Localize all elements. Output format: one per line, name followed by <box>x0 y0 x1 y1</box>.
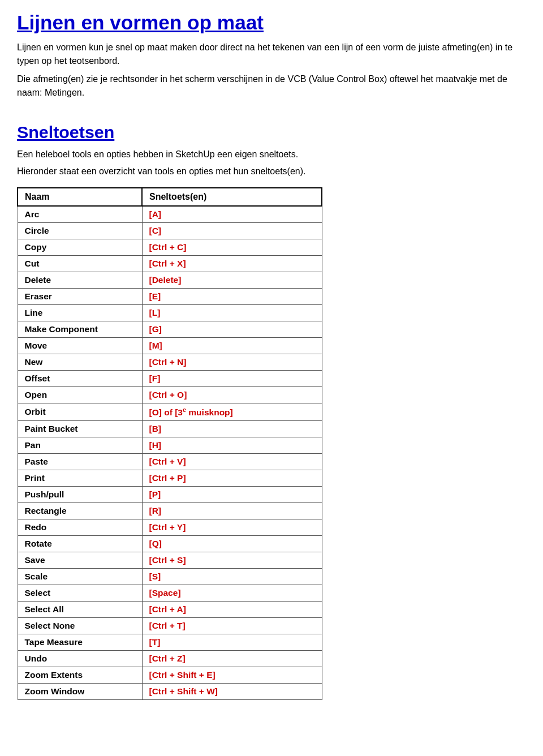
table-cell-name: Circle <box>18 223 142 239</box>
table-row: Offset[F] <box>18 371 322 387</box>
table-cell-name: Select None <box>18 618 142 634</box>
table-row: Make Component[G] <box>18 321 322 338</box>
table-cell-name: Save <box>18 552 142 569</box>
table-cell-name: Redo <box>18 519 142 536</box>
table-row: Scale[S] <box>18 569 322 585</box>
table-row: Rectangle[R] <box>18 503 322 519</box>
shortcuts-table: Naam Sneltoets(en) Arc[A]Circle[C]Copy[C… <box>17 187 322 700</box>
section-title: Sneltoetsen <box>17 122 526 142</box>
table-cell-shortcut: [Q] <box>142 536 322 552</box>
table-cell-name: Eraser <box>18 289 142 305</box>
table-cell-name: Offset <box>18 371 142 387</box>
table-cell-shortcut: [T] <box>142 634 322 651</box>
table-cell-shortcut: [S] <box>142 569 322 585</box>
table-row: Zoom Window[Ctrl + Shift + W] <box>18 684 322 700</box>
table-cell-shortcut: [E] <box>142 289 322 305</box>
table-cell-shortcut: [G] <box>142 321 322 338</box>
table-header-name: Naam <box>18 188 142 206</box>
table-cell-shortcut: [Ctrl + Shift + E] <box>142 667 322 684</box>
table-cell-shortcut: [O] of [3e muisknop] <box>142 403 322 421</box>
intro-paragraph-1: Lijnen en vormen kun je snel op maat mak… <box>17 41 526 68</box>
table-cell-shortcut: [Ctrl + N] <box>142 354 322 371</box>
table-cell-name: New <box>18 354 142 371</box>
table-row: New[Ctrl + N] <box>18 354 322 371</box>
table-cell-name: Rotate <box>18 536 142 552</box>
table-cell-shortcut: [P] <box>142 487 322 503</box>
table-cell-shortcut: [Ctrl + P] <box>142 470 322 487</box>
table-cell-shortcut: [Ctrl + Y] <box>142 519 322 536</box>
table-cell-name: Paste <box>18 454 142 470</box>
table-cell-name: Make Component <box>18 321 142 338</box>
table-cell-shortcut: [R] <box>142 503 322 519</box>
table-cell-name: Tape Measure <box>18 634 142 651</box>
table-cell-shortcut: [H] <box>142 437 322 454</box>
table-row: Select All[Ctrl + A] <box>18 602 322 618</box>
table-row: Undo[Ctrl + Z] <box>18 651 322 667</box>
table-cell-name: Cut <box>18 256 142 272</box>
table-cell-shortcut: [Ctrl + V] <box>142 454 322 470</box>
page-title: Lijnen en vormen op maat <box>17 11 526 34</box>
table-row: Arc[A] <box>18 206 322 223</box>
table-row: Save[Ctrl + S] <box>18 552 322 569</box>
table-cell-name: Delete <box>18 272 142 289</box>
table-cell-name: Zoom Extents <box>18 667 142 684</box>
table-cell-name: Select All <box>18 602 142 618</box>
table-row: Delete[Delete] <box>18 272 322 289</box>
table-cell-shortcut: [Ctrl + A] <box>142 602 322 618</box>
table-row: Print[Ctrl + P] <box>18 470 322 487</box>
table-cell-shortcut: [A] <box>142 206 322 223</box>
table-cell-shortcut: [Ctrl + O] <box>142 387 322 403</box>
table-row: Open[Ctrl + O] <box>18 387 322 403</box>
table-row: Paint Bucket[B] <box>18 421 322 437</box>
table-cell-name: Rectangle <box>18 503 142 519</box>
table-cell-shortcut: [Delete] <box>142 272 322 289</box>
table-row: Line[L] <box>18 305 322 321</box>
table-cell-shortcut: [F] <box>142 371 322 387</box>
table-row: Select None[Ctrl + T] <box>18 618 322 634</box>
table-row: Move[M] <box>18 338 322 354</box>
table-row: Tape Measure[T] <box>18 634 322 651</box>
table-cell-name: Zoom Window <box>18 684 142 700</box>
table-cell-shortcut: [Ctrl + Shift + W] <box>142 684 322 700</box>
table-cell-shortcut: [Ctrl + C] <box>142 239 322 256</box>
table-cell-shortcut: [Ctrl + X] <box>142 256 322 272</box>
table-row: Circle[C] <box>18 223 322 239</box>
intro-paragraph-2: Die afmeting(en) zie je rechtsonder in h… <box>17 72 526 100</box>
table-cell-name: Push/pull <box>18 487 142 503</box>
table-row: Orbit[O] of [3e muisknop] <box>18 403 322 421</box>
table-cell-name: Print <box>18 470 142 487</box>
table-row: Cut[Ctrl + X] <box>18 256 322 272</box>
table-cell-shortcut: [L] <box>142 305 322 321</box>
table-cell-name: Undo <box>18 651 142 667</box>
table-cell-name: Pan <box>18 437 142 454</box>
table-row: Redo[Ctrl + Y] <box>18 519 322 536</box>
table-cell-shortcut: [Ctrl + T] <box>142 618 322 634</box>
table-cell-name: Scale <box>18 569 142 585</box>
section-intro-2: Hieronder staat een overzicht van tools … <box>17 165 526 178</box>
table-cell-shortcut: [C] <box>142 223 322 239</box>
table-cell-name: Select <box>18 585 142 602</box>
table-cell-name: Orbit <box>18 403 142 421</box>
table-row: Eraser[E] <box>18 289 322 305</box>
table-row: Select[Space] <box>18 585 322 602</box>
table-cell-shortcut: [M] <box>142 338 322 354</box>
table-row: Push/pull[P] <box>18 487 322 503</box>
table-cell-shortcut: [B] <box>142 421 322 437</box>
table-row: Pan[H] <box>18 437 322 454</box>
table-row: Rotate[Q] <box>18 536 322 552</box>
table-header-shortcut: Sneltoets(en) <box>142 188 322 206</box>
table-cell-name: Move <box>18 338 142 354</box>
table-row: Copy[Ctrl + C] <box>18 239 322 256</box>
table-cell-name: Arc <box>18 206 142 223</box>
section-intro-1: Een heleboel tools en opties hebben in S… <box>17 148 526 161</box>
table-cell-name: Paint Bucket <box>18 421 142 437</box>
table-cell-name: Open <box>18 387 142 403</box>
table-row: Paste[Ctrl + V] <box>18 454 322 470</box>
table-cell-shortcut: [Space] <box>142 585 322 602</box>
table-cell-name: Copy <box>18 239 142 256</box>
table-cell-shortcut: [Ctrl + Z] <box>142 651 322 667</box>
table-row: Zoom Extents[Ctrl + Shift + E] <box>18 667 322 684</box>
table-cell-name: Line <box>18 305 142 321</box>
table-cell-shortcut: [Ctrl + S] <box>142 552 322 569</box>
